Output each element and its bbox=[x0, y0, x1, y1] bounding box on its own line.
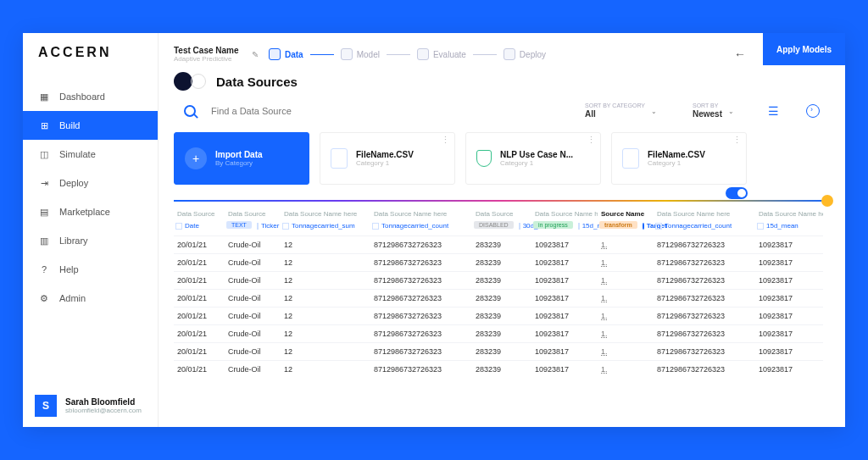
gear-icon: ⚙ bbox=[38, 292, 50, 304]
category-dropdown[interactable]: SORT BY CATEGORY All ⌄ bbox=[585, 103, 657, 119]
table-cell: 10923817 bbox=[531, 342, 598, 360]
sidebar-item-help[interactable]: ?Help bbox=[23, 255, 158, 284]
sidebar-item-simulate[interactable]: ◫Simulate bbox=[23, 140, 158, 169]
sort-value: Newest bbox=[693, 109, 722, 119]
datasource-card[interactable]: FileName.CSVCategory 1⋮ bbox=[611, 132, 747, 185]
table-cell: Crude-Oil bbox=[225, 236, 281, 253]
plus-icon: + bbox=[185, 147, 207, 169]
search-icon[interactable] bbox=[184, 105, 196, 117]
table-cell: 1. bbox=[598, 342, 654, 360]
column-group: Data Source Name here bbox=[654, 207, 755, 219]
step-model[interactable]: Model bbox=[341, 48, 380, 60]
checkbox-icon[interactable] bbox=[257, 223, 259, 230]
checkbox-icon[interactable] bbox=[643, 223, 644, 230]
step-icon bbox=[341, 48, 353, 60]
table-cell: Crude-Oil bbox=[225, 360, 281, 378]
table-cell: 1. bbox=[598, 271, 654, 289]
table-cell: 10923817 bbox=[531, 324, 598, 342]
table-cell: 8712986732726323 bbox=[654, 324, 755, 342]
column-header[interactable]: TEXTTicker bbox=[225, 219, 281, 236]
datasource-card[interactable]: NLP Use Case N...Category 1⋮ bbox=[465, 132, 601, 185]
datasource-card[interactable]: FileName.CSVCategory 1⋮ bbox=[320, 132, 455, 185]
table-cell: 283239 bbox=[472, 307, 531, 324]
table-cell: 283239 bbox=[472, 271, 531, 289]
column-header[interactable]: Tonnagecarried_count bbox=[654, 219, 755, 236]
sidebar-item-deploy[interactable]: ⇥Deploy bbox=[23, 169, 158, 197]
table-cell: 283239 bbox=[472, 253, 531, 271]
data-table[interactable]: Data SourceData SourceData Source Name h… bbox=[159, 207, 845, 427]
file-icon bbox=[331, 148, 348, 169]
column-group: Data Source bbox=[225, 207, 281, 219]
card-title: NLP Use Case N... bbox=[500, 150, 573, 159]
sidebar-item-build[interactable]: ⊞Build bbox=[23, 111, 158, 140]
user-name: Sarah Bloomfield bbox=[65, 397, 142, 407]
table-cell: 10923817 bbox=[531, 271, 598, 289]
table-cell: Crude-Oil bbox=[225, 342, 281, 360]
step-label: Evaluate bbox=[433, 50, 466, 59]
pin-icon[interactable] bbox=[821, 195, 833, 207]
table-cell: 283239 bbox=[472, 324, 531, 342]
user-block[interactable]: S Sarah Bloomfield sbloomfield@accern.co… bbox=[23, 385, 158, 427]
tag-icon[interactable] bbox=[174, 72, 192, 91]
test-case: Test Case Name Adaptive Predictive bbox=[174, 46, 242, 63]
checkbox-icon[interactable] bbox=[372, 223, 379, 230]
more-icon[interactable]: ⋮ bbox=[441, 138, 449, 141]
sidebar-item-admin[interactable]: ⚙Admin bbox=[23, 284, 158, 313]
checkbox-icon[interactable] bbox=[519, 223, 520, 230]
table-cell: 8712986732726323 bbox=[654, 307, 755, 324]
table-cell: 8712986732726323 bbox=[370, 307, 472, 324]
step-evaluate[interactable]: Evaluate bbox=[417, 48, 466, 60]
sliders-icon[interactable]: ☰ bbox=[768, 104, 779, 118]
column-header[interactable]: DISABLED30d_std bbox=[472, 219, 531, 236]
sidebar-item-marketplace[interactable]: ▤Marketplace bbox=[23, 197, 158, 226]
column-group: Data Source bbox=[472, 207, 531, 219]
refresh-icon[interactable] bbox=[806, 104, 820, 118]
page-title: Data Sources bbox=[216, 75, 298, 89]
column-header[interactable]: 15d_mean bbox=[755, 219, 823, 236]
checkbox-icon[interactable] bbox=[757, 223, 764, 230]
table-cell: 8712986732726323 bbox=[370, 289, 472, 307]
table-cell: 10923817 bbox=[755, 253, 823, 271]
progress-track bbox=[174, 200, 830, 202]
step-label: Model bbox=[357, 50, 380, 59]
card-subtitle: Category 1 bbox=[500, 159, 573, 167]
step-connector bbox=[310, 54, 334, 55]
toggle-switch[interactable] bbox=[726, 187, 748, 199]
back-arrow-icon[interactable]: ← bbox=[727, 47, 753, 61]
column-header[interactable]: Tonnagecarried_count bbox=[370, 219, 472, 236]
import-data-card[interactable]: +Import DataBy Category bbox=[174, 132, 309, 185]
table-cell: 10923817 bbox=[531, 360, 598, 378]
step-connector bbox=[387, 54, 410, 55]
table-cell: 1. bbox=[598, 307, 654, 324]
sidebar-item-dashboard[interactable]: ▦Dashboard bbox=[23, 82, 158, 111]
sidebar-item-label: Marketplace bbox=[59, 207, 110, 217]
sidebar-item-library[interactable]: ▥Library bbox=[23, 226, 158, 255]
checkbox-icon[interactable] bbox=[655, 223, 662, 230]
table-cell: 8712986732726323 bbox=[654, 289, 755, 307]
more-icon[interactable]: ⋮ bbox=[732, 138, 741, 141]
checkbox-icon[interactable] bbox=[175, 223, 182, 230]
apply-models-button[interactable]: Apply Models bbox=[763, 33, 845, 65]
wizard-steps: DataModelEvaluateDeploy bbox=[269, 48, 717, 60]
more-icon[interactable]: ⋮ bbox=[587, 138, 595, 141]
sort-dropdown[interactable]: SORT BY Newest ⌄ bbox=[693, 103, 734, 119]
help-icon: ? bbox=[38, 263, 50, 275]
step-deploy[interactable]: Deploy bbox=[504, 48, 546, 60]
column-header[interactable]: in progress15d_mean bbox=[531, 219, 598, 236]
column-header[interactable]: transformTarget bbox=[598, 219, 654, 236]
tag-outline-icon bbox=[191, 74, 206, 89]
column-header[interactable]: Tonnagecarried_sum bbox=[281, 219, 370, 236]
chevron-down-icon: ⌄ bbox=[728, 108, 734, 115]
sidebar-item-label: Simulate bbox=[59, 149, 96, 159]
step-data[interactable]: Data bbox=[269, 48, 303, 60]
card-subtitle: By Category bbox=[215, 159, 263, 167]
table-cell: 8712986732726323 bbox=[654, 360, 755, 378]
table-cell: 20/01/21 bbox=[174, 236, 225, 253]
column-group: Data Source Name here bbox=[755, 207, 823, 219]
table-cell: 20/01/21 bbox=[174, 289, 225, 307]
search-input[interactable]: Find a Data Source bbox=[211, 106, 292, 116]
checkbox-icon[interactable] bbox=[578, 223, 580, 230]
edit-icon[interactable]: ✎ bbox=[252, 50, 259, 59]
column-header[interactable]: Date bbox=[174, 219, 225, 236]
checkbox-icon[interactable] bbox=[282, 223, 289, 230]
